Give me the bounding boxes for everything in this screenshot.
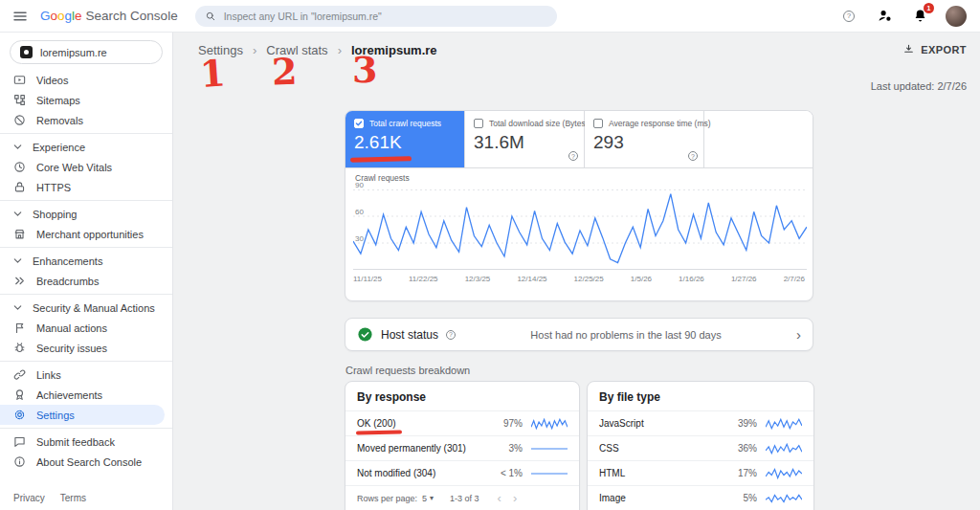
tab-total-crawl-requests[interactable]: Total crawl requests 2.61K [345, 111, 465, 167]
sidebar-item-core-web-vitals[interactable]: Core Web Vitals [0, 157, 172, 177]
sidebar-item-about[interactable]: About Search Console [0, 452, 172, 472]
table-row[interactable]: CSS 36% [588, 435, 813, 460]
table-row[interactable]: Image 5% [588, 485, 813, 510]
sidebar-item-videos[interactable]: Videos [0, 70, 172, 90]
host-status-card[interactable]: Host status ? Host had no problems in th… [345, 318, 813, 351]
search-input[interactable] [224, 11, 547, 22]
download-icon [902, 43, 915, 55]
table-row[interactable]: HTML 17% [588, 460, 813, 485]
breakdown-section-title: Crawl requests breakdown [345, 365, 470, 376]
notification-badge: 1 [924, 3, 934, 13]
privacy-link[interactable]: Privacy [13, 493, 45, 503]
chevron-right-icon: › [338, 43, 342, 57]
breadcrumb-crawl-stats[interactable]: Crawl stats [266, 43, 327, 57]
by-response-card: By response OK (200) 97% Moved permanent… [345, 381, 580, 510]
metric-value: 31.6M [474, 132, 575, 153]
sidebar-section-enhancements[interactable]: Enhancements [0, 251, 172, 271]
sidebar-divider [0, 247, 172, 248]
property-selector[interactable]: loremipsum.re [10, 40, 163, 64]
checkbox-unchecked-icon[interactable] [474, 119, 483, 128]
terms-link[interactable]: Terms [60, 493, 86, 503]
table-row[interactable]: Moved permanently (301) 3% [345, 435, 579, 460]
checkbox-unchecked-icon[interactable] [593, 119, 603, 128]
chevron-down-icon [11, 208, 24, 220]
x-axis-labels: 11/11/25 11/22/25 12/3/25 12/14/25 12/25… [353, 275, 805, 283]
medal-icon [13, 388, 26, 401]
breadcrumb-settings[interactable]: Settings [198, 43, 243, 57]
menu-icon[interactable] [11, 8, 29, 25]
metric-value: 293 [593, 132, 695, 153]
metric-value: 2.61K [354, 132, 456, 153]
notifications-button[interactable]: 1 [910, 7, 929, 26]
export-button[interactable]: EXPORT [902, 43, 967, 55]
sidebar-item-sitemaps[interactable]: Sitemaps [0, 90, 172, 110]
crawl-requests-chart: Crawl requests 90 60 30 11/11/25 11/22/2… [345, 168, 813, 301]
chevron-right-icon[interactable]: › [796, 326, 801, 343]
app-logo: Google Search Console [40, 9, 178, 23]
sidebar-section-shopping[interactable]: Shopping [0, 204, 172, 224]
sparkline [531, 418, 568, 430]
property-name: loremipsum.re [40, 47, 107, 58]
sidebar-footer: Privacy Terms [13, 493, 86, 503]
tab-average-response-time[interactable]: Average response time (ms) 293 ? [585, 111, 704, 167]
breadcrumb: Settings › Crawl stats › loremipsum.re [198, 43, 437, 57]
card-title: By file type [588, 382, 813, 410]
sidebar-section-experience[interactable]: Experience [0, 137, 172, 157]
sitemap-icon [13, 94, 26, 106]
flag-icon [13, 322, 26, 334]
brand-suffix: Search Console [86, 9, 178, 23]
sidebar-item-removals[interactable]: Removals [0, 110, 172, 130]
sidebar-item-manual-actions[interactable]: Manual actions [0, 318, 172, 338]
chevron-down-icon [11, 141, 24, 153]
chevron-right-icon: › [253, 43, 256, 57]
sparkline [766, 418, 802, 430]
last-updated-label: Last updated: 2/7/26 [871, 80, 967, 92]
sidebar-item-breadcrumbs[interactable]: Breadcrumbs [0, 271, 172, 291]
next-page-icon[interactable]: › [513, 491, 517, 505]
account-settings-button[interactable] [875, 7, 894, 26]
sidebar-section-security[interactable]: Security & Manual Actions [0, 298, 172, 318]
help-icon: ? [843, 11, 855, 22]
tabs-filler [704, 111, 813, 167]
rows-per-page-select[interactable]: 5 ▾ [422, 494, 434, 503]
caret-down-icon: ▾ [430, 494, 434, 502]
breadcrumb-property: loremipsum.re [351, 43, 437, 57]
sidebar-item-settings[interactable]: Settings [0, 405, 165, 425]
help-icon[interactable]: ? [568, 151, 578, 161]
storefront-icon [13, 228, 26, 240]
sidebar-item-links[interactable]: Links [0, 365, 172, 385]
table-row[interactable]: JavaScript 39% [588, 410, 813, 435]
sidebar-divider [0, 361, 172, 362]
top-header: Google Search Console ? 1 [0, 0, 980, 33]
sidebar-item-achievements[interactable]: Achievements [0, 385, 172, 405]
chevron-down-icon [11, 255, 24, 267]
sidebar-divider [0, 428, 172, 429]
header-actions: ? 1 [839, 6, 980, 27]
table-row[interactable]: OK (200) 97% [345, 410, 579, 435]
lock-icon [13, 181, 26, 193]
page-range: 1-3 of 3 [450, 494, 479, 503]
speed-gauge-icon [13, 161, 26, 173]
help-button[interactable]: ? [839, 7, 858, 26]
sparkline [531, 468, 568, 479]
help-icon[interactable]: ? [446, 330, 456, 340]
prev-page-icon[interactable]: ‹ [498, 491, 501, 505]
metric-tabs: Total crawl requests 2.61K Total downloa… [345, 111, 813, 168]
screen: { "header": { "brand": { "google": "Goog… [0, 0, 980, 510]
checkbox-checked-icon[interactable] [354, 119, 364, 128]
crawl-requests-card: Total crawl requests 2.61K Total downloa… [345, 110, 813, 301]
url-inspect-searchbar[interactable] [195, 6, 557, 27]
sidebar-item-security-issues[interactable]: Security issues [0, 338, 172, 358]
sidebar-item-https[interactable]: HTTPS [0, 177, 172, 197]
sidebar-item-submit-feedback[interactable]: Submit feedback [0, 432, 172, 452]
bug-icon [13, 342, 26, 354]
link-icon [13, 368, 26, 381]
tab-total-download-size[interactable]: Total download size (Bytes) 31.6M ? [465, 111, 585, 167]
table-row[interactable]: Not modified (304) < 1% [345, 460, 579, 485]
help-icon[interactable]: ? [688, 151, 698, 161]
y-axis-tick: 90 [355, 181, 364, 189]
double-chevron-icon [13, 275, 26, 287]
pagination: Rows per page: 5 ▾ 1-3 of 3 ‹ › [345, 485, 579, 510]
avatar[interactable] [946, 6, 967, 27]
sidebar-item-merchant-opportunities[interactable]: Merchant opportunities [0, 224, 172, 244]
